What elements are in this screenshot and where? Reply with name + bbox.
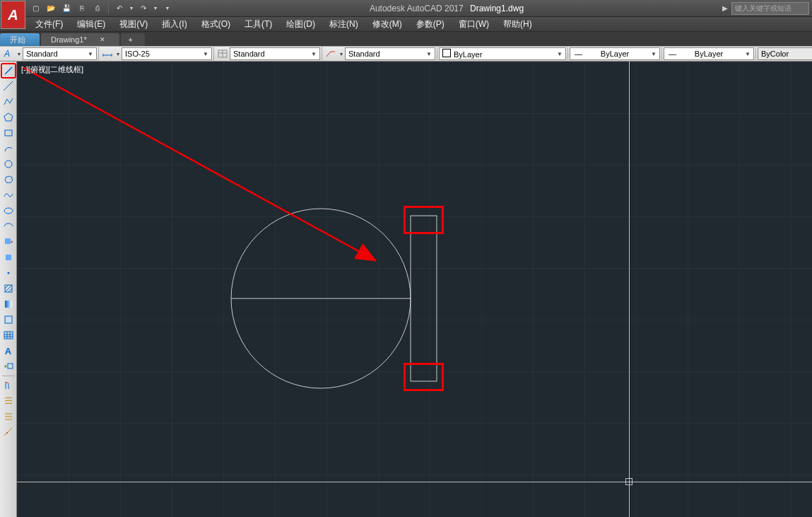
window-title: Autodesk AutoCAD 2017 Drawing1.dwg (175, 4, 719, 13)
dimstyle-dd-icon[interactable]: ▼ (114, 47, 122, 60)
hatch-tool[interactable] (1, 281, 16, 296)
insert-block-tool[interactable] (1, 235, 16, 249)
save-icon[interactable]: 💾 (59, 2, 73, 15)
layercolor-dropdown[interactable]: ByLayer▼ (439, 47, 566, 60)
svg-marker-6 (4, 113, 13, 121)
svg-line-25 (4, 428, 12, 436)
menu-edit[interactable]: 编辑(E) (70, 17, 112, 31)
svg-point-8 (5, 161, 12, 168)
redo-dropdown-icon[interactable]: ▼ (152, 2, 159, 15)
point-tool[interactable] (1, 266, 16, 280)
mleaderstyle-dropdown[interactable]: Standard▼ (345, 47, 435, 60)
polygon-tool[interactable] (1, 110, 16, 124)
textstyle-dropdown[interactable]: Standard▼ (23, 47, 97, 60)
svg-point-9 (4, 208, 13, 214)
tab-drawing1[interactable]: Drawing1*✕ (41, 33, 119, 46)
line-tool[interactable] (1, 64, 16, 78)
tablestyle-dropdown[interactable]: Standard▼ (230, 47, 320, 60)
addselected-tool[interactable] (1, 359, 16, 373)
textstyle-value: Standard (26, 50, 58, 58)
svg-point-12 (7, 272, 9, 274)
dimstyle-dropdown[interactable]: ISO-25▼ (122, 47, 212, 60)
modify-tool-2[interactable] (1, 394, 16, 408)
autocad-logo[interactable]: A (1, 1, 25, 29)
cursor-pickbox (625, 478, 632, 485)
circle-tool[interactable] (1, 157, 16, 171)
redo-icon[interactable]: ↷ (136, 2, 151, 15)
menu-help[interactable]: 帮助(H) (496, 17, 539, 31)
print-icon[interactable]: ⎙ (90, 2, 105, 15)
make-block-tool[interactable] (1, 250, 16, 265)
plotcolor-dropdown[interactable]: ByColor (758, 47, 812, 60)
modify-tool-1[interactable] (1, 378, 16, 393)
viewport-label[interactable]: [-][俯视][二维线框] (21, 64, 83, 75)
undo-dropdown-icon[interactable]: ▼ (128, 2, 135, 15)
lineweight-dropdown[interactable]: —ByLayer▼ (570, 47, 660, 60)
draw-toolbar: A (0, 62, 17, 517)
svg-line-4 (5, 67, 12, 74)
crosshair-horizontal (17, 482, 812, 482)
menu-tools[interactable]: 工具(T) (237, 17, 279, 31)
saveas-icon[interactable]: ⎘ (75, 2, 89, 15)
svg-rect-11 (6, 255, 11, 260)
separator (2, 376, 15, 376)
mleaderstyle-value: Standard (348, 50, 380, 58)
new-icon[interactable]: ▢ (28, 2, 42, 15)
crosshair-vertical (629, 62, 630, 517)
menu-draw[interactable]: 绘图(D) (279, 17, 322, 31)
svg-rect-7 (5, 130, 12, 136)
menu-window[interactable]: 窗口(W) (452, 17, 496, 31)
polyline-tool[interactable] (1, 95, 16, 109)
gradient-tool[interactable] (1, 297, 16, 311)
menu-param[interactable]: 参数(P) (409, 17, 452, 31)
dimstyle-icon[interactable] (100, 47, 114, 60)
svg-rect-19 (4, 332, 13, 339)
menu-view[interactable]: 视图(V) (112, 17, 155, 31)
close-tab-icon[interactable]: ✕ (100, 36, 105, 43)
tablestyle-value: Standard (233, 50, 265, 58)
dimstyle-value: ISO-25 (125, 50, 150, 58)
mleaderstyle-icon[interactable] (324, 47, 338, 60)
titlebar: ▢ 📂 💾 ⎘ ⎙ ↶ ▼ ↷ ▼ ▼ Autodesk AutoCAD 201… (0, 0, 812, 17)
region-tool[interactable] (1, 313, 16, 327)
ellipse-arc-tool[interactable] (1, 219, 16, 233)
menu-insert[interactable]: 插入(I) (155, 17, 194, 31)
table-tool[interactable] (1, 328, 16, 342)
rectangle-tool[interactable] (1, 126, 16, 140)
tablestyle-icon[interactable] (216, 47, 230, 60)
linetype-dropdown[interactable]: —ByLayer▼ (664, 47, 754, 60)
undo-icon[interactable]: ↶ (112, 2, 126, 15)
svg-text:A: A (4, 49, 10, 59)
textstyle-dd-icon[interactable]: ▼ (16, 47, 23, 60)
menubar: 文件(F) 编辑(E) 视图(V) 插入(I) 格式(O) 工具(T) 绘图(D… (0, 17, 812, 32)
ellipse-tool[interactable] (1, 204, 16, 218)
drawing-viewport[interactable]: [-][俯视][二维线框] (17, 62, 812, 517)
mtext-tool[interactable]: A (1, 344, 16, 358)
svg-line-14 (5, 285, 8, 289)
menu-modify[interactable]: 修改(M) (365, 17, 409, 31)
tab-new[interactable]: + (121, 33, 145, 46)
menu-format[interactable]: 格式(O) (194, 17, 237, 31)
plotcolor-value: ByColor (761, 50, 789, 58)
drawing-svg (17, 62, 812, 517)
infocenter-arrow-icon[interactable]: ▶ (719, 2, 731, 15)
search-input[interactable]: 键入关键字或短语 (731, 2, 809, 15)
modify-tool-3[interactable] (1, 409, 16, 424)
mleaderstyle-dd-icon[interactable]: ▼ (338, 47, 345, 60)
xline-tool[interactable] (1, 79, 16, 93)
tab-start[interactable]: 开始 (0, 33, 40, 46)
qat-dropdown-icon[interactable]: ▼ (160, 2, 175, 15)
svg-line-15 (5, 285, 12, 292)
tab-label: Drawing1* (51, 35, 87, 44)
open-icon[interactable]: 📂 (44, 2, 58, 15)
arc-tool[interactable] (1, 141, 16, 156)
menu-dim[interactable]: 标注(N) (322, 17, 365, 31)
svg-rect-24 (8, 364, 13, 368)
svg-rect-17 (5, 301, 12, 308)
menu-file[interactable]: 文件(F) (28, 17, 70, 31)
app-name: Autodesk AutoCAD 2017 (370, 4, 464, 13)
textstyle-icon[interactable]: A (1, 47, 16, 60)
revcloud-tool[interactable] (1, 173, 16, 187)
modify-tool-4[interactable] (1, 425, 16, 439)
spline-tool[interactable] (1, 188, 16, 202)
